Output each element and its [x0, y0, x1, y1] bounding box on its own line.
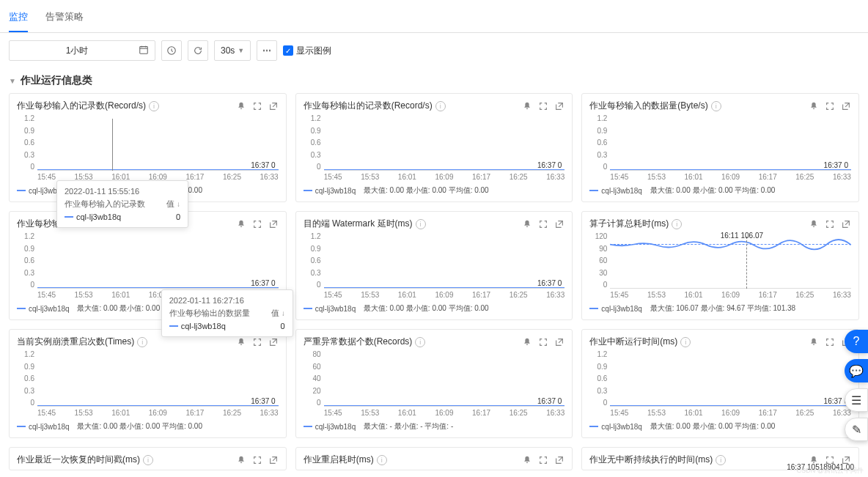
- section-title: 作业运行信息类: [21, 74, 92, 87]
- expand-icon[interactable]: [538, 101, 548, 111]
- chart[interactable]: 1209060300 16:11 106.07 15:4515:5316:011…: [589, 233, 851, 299]
- bell-icon[interactable]: [236, 455, 246, 465]
- popup-icon[interactable]: [554, 101, 564, 111]
- chart[interactable]: 1.20.90.60.30 16:37 0 15:4515:5316:0116:…: [589, 115, 851, 181]
- popup-icon[interactable]: [841, 219, 851, 229]
- popup-icon[interactable]: [554, 337, 564, 347]
- refresh-interval-value: 30s: [221, 45, 235, 56]
- panel-title: 作业最近一次恢复的时间戳(ms): [17, 454, 140, 466]
- expand-icon[interactable]: [538, 337, 548, 347]
- expand-icon[interactable]: [252, 219, 262, 229]
- expand-icon[interactable]: [252, 455, 262, 465]
- expand-icon[interactable]: [825, 101, 835, 111]
- time-range-select[interactable]: 1小时: [9, 40, 155, 61]
- tab-alert-policy[interactable]: 告警策略: [45, 6, 84, 32]
- expand-icon[interactable]: [252, 101, 262, 111]
- popup-icon[interactable]: [554, 455, 564, 465]
- end-label: 16:37 0: [251, 161, 275, 169]
- feedback-fab[interactable]: ✎: [845, 418, 868, 441]
- bell-icon[interactable]: [809, 219, 819, 229]
- expand-icon[interactable]: [252, 337, 262, 347]
- help-fab[interactable]: ?: [845, 330, 868, 353]
- series-line: [610, 237, 851, 288]
- bell-icon[interactable]: [236, 337, 246, 347]
- show-legend-checkbox[interactable]: ✓ 显示图例: [283, 45, 331, 57]
- popup-icon[interactable]: [268, 101, 279, 111]
- info-icon[interactable]: i: [711, 101, 721, 111]
- hover-label: 16:11 106.07: [721, 232, 763, 240]
- bell-icon[interactable]: [522, 337, 532, 347]
- info-icon[interactable]: i: [377, 455, 387, 465]
- panel-restart-duration: 作业重启耗时(ms)i: [295, 447, 573, 470]
- panel-severe-exception-records: 严重异常数据个数(Records)i 806040200 16:37 0 15:…: [295, 329, 573, 438]
- bell-icon[interactable]: [809, 101, 819, 111]
- chart[interactable]: 1.20.90.60.30 16:37 0 15:4515:5316:0116:…: [304, 233, 565, 299]
- panels-grid: 作业每秒输入的记录数(Record/s)i 1.20.90.60.30 16:3…: [0, 93, 868, 477]
- sort-icon[interactable]: ↓: [282, 309, 285, 317]
- panel-title: 算子计算总耗时(ms): [589, 218, 669, 230]
- toolbar: 1小时 30s ▼ ⋯ ✓ 显示图例: [0, 33, 868, 68]
- bell-icon[interactable]: [809, 337, 819, 347]
- panel-title: 作业中断运行时间(ms): [589, 336, 677, 348]
- show-legend-label: 显示图例: [296, 45, 331, 57]
- popup-icon[interactable]: [268, 337, 279, 347]
- tab-monitor[interactable]: 监控: [9, 6, 28, 32]
- svg-rect-0: [140, 46, 148, 53]
- calendar-icon: [139, 45, 149, 57]
- plot-area: [610, 237, 851, 289]
- chevron-down-icon: ▼: [238, 47, 244, 54]
- popup-icon[interactable]: [268, 219, 279, 229]
- bell-icon[interactable]: [236, 219, 246, 229]
- info-icon[interactable]: i: [137, 337, 147, 347]
- refresh-interval-select[interactable]: 30s ▼: [214, 40, 251, 61]
- expand-icon[interactable]: [825, 337, 835, 347]
- chart[interactable]: 1.20.90.60.30 16:37 0 15:4515:5316:0116:…: [304, 115, 565, 181]
- chart[interactable]: 806040200 16:37 0 15:4515:5316:0116:0916…: [304, 351, 565, 417]
- info-icon[interactable]: i: [149, 101, 159, 111]
- popup-icon[interactable]: [554, 219, 564, 229]
- expand-icon[interactable]: [825, 219, 835, 229]
- chart[interactable]: 1.20.90.60.30 16:37 0 15:4515:5316:0116:…: [17, 351, 279, 417]
- panel-title: 作业每秒输出的记录数(Record/s): [304, 100, 433, 112]
- chart[interactable]: 1.20.90.60.30 16:37 0 15:4515:5316:0116:…: [17, 115, 279, 181]
- history-button[interactable]: [161, 40, 182, 61]
- popup-icon[interactable]: [841, 101, 851, 111]
- bell-icon[interactable]: [522, 101, 532, 111]
- panel-input-bytes: 作业每秒输入的数据量(Byte/s)i 1.20.90.60.30 16:37 …: [581, 93, 859, 202]
- info-icon[interactable]: i: [680, 337, 691, 347]
- panel-title: 严重异常数据个数(Records): [304, 336, 413, 348]
- tooltip: 2022-01-11 16:27:16 作业每秒输出的数据量值↓ cql-lj3…: [161, 289, 293, 337]
- panel-operator-compute-time: 算子计算总耗时(ms)i 1209060300 16:11 106.07 15:…: [581, 211, 859, 320]
- info-icon[interactable]: i: [435, 101, 446, 111]
- time-range-value: 1小时: [15, 45, 139, 57]
- panel-header: 作业每秒输入的记录数(Record/s)i: [17, 100, 279, 112]
- toc-fab[interactable]: ☰: [845, 388, 868, 412]
- section-header[interactable]: ▼ 作业运行信息类: [0, 68, 868, 93]
- expand-icon[interactable]: [538, 455, 548, 465]
- more-button[interactable]: ⋯: [257, 40, 277, 61]
- bell-icon[interactable]: [236, 101, 246, 111]
- info-icon[interactable]: i: [143, 455, 153, 465]
- popup-icon[interactable]: [268, 455, 279, 465]
- sort-icon[interactable]: ↓: [177, 200, 180, 208]
- panel-watermark-delay: 目的端 Watermark 延时(ms)i 1.20.90.60.30 16:3…: [295, 211, 573, 320]
- panel-output-records: 作业每秒输出的记录数(Record/s)i 1.20.90.60.30 16:3…: [295, 93, 573, 202]
- panel-title: 作业每秒输入的记录数(Record/s): [17, 100, 146, 112]
- panel-crash-restarts: 当前实例崩溃重启次数(Times)i 1.20.90.60.30 16:37 0…: [9, 329, 287, 438]
- chat-fab[interactable]: 💬: [845, 359, 868, 382]
- info-icon[interactable]: i: [416, 219, 426, 229]
- tooltip: 2022-01-11 15:55:16 作业每秒输入的记录数值↓ cql-lj3…: [56, 180, 188, 228]
- info-icon[interactable]: i: [716, 455, 726, 465]
- check-icon: ✓: [283, 45, 293, 56]
- refresh-button[interactable]: [188, 40, 208, 61]
- cursor-line: [112, 119, 113, 171]
- info-icon[interactable]: i: [672, 219, 682, 229]
- plot-area: [37, 119, 279, 171]
- bell-icon[interactable]: [522, 219, 532, 229]
- bell-icon[interactable]: [522, 455, 532, 465]
- panel-last-recovery-ts: 作业最近一次恢复的时间戳(ms)i: [9, 447, 287, 470]
- chart[interactable]: 1.20.90.60.30 16:37 0 15:4515:5316:0116:…: [589, 351, 851, 417]
- expand-icon[interactable]: [538, 219, 548, 229]
- panel-title: 作业重启耗时(ms): [304, 454, 374, 466]
- info-icon[interactable]: i: [415, 337, 425, 347]
